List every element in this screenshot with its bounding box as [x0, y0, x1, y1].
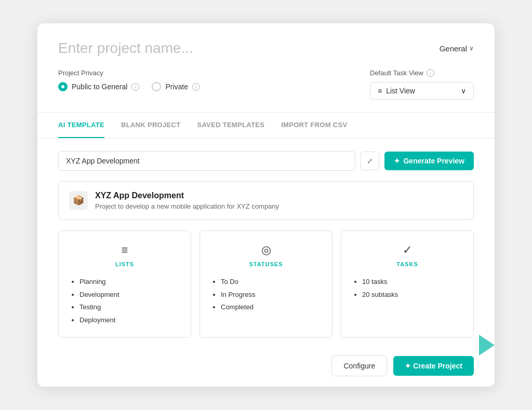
task-view-value: List View	[386, 87, 415, 95]
list-item: Testing	[79, 301, 180, 314]
project-name-row: General ∨	[58, 40, 474, 57]
expand-icon-button[interactable]: ⤢	[361, 152, 379, 170]
privacy-options: Public to General i Private i	[58, 82, 200, 91]
tab-import-csv[interactable]: IMPORT FROM CSV	[281, 113, 347, 138]
create-project-modal: General ∨ Project Privacy Public to Gene…	[37, 23, 495, 387]
tasks-icon: ✓	[352, 243, 463, 257]
configure-button[interactable]: Configure	[331, 356, 387, 376]
preview-card: 📦 XYZ App Development Project to develop…	[58, 181, 474, 220]
preview-info: XYZ App Development Project to develop a…	[95, 191, 279, 210]
tab-saved-templates[interactable]: SAVED TEMPLATES	[197, 113, 264, 138]
tab-ai-template[interactable]: AI TEMPLATE	[58, 113, 104, 138]
footer: Configure ✦ Create Project	[37, 345, 495, 387]
cards-row: ≡ LISTS Planning Development Testing Dep…	[58, 230, 474, 338]
radio-private-label: Private	[165, 83, 188, 91]
private-info-icon[interactable]: i	[192, 83, 200, 91]
preview-description: Project to develop a new mobile applicat…	[95, 202, 279, 210]
lists-card-list: Planning Development Testing Deployment	[69, 276, 180, 327]
statuses-card-list: To Do In Progress Completed	[210, 276, 322, 314]
privacy-option-public[interactable]: Public to General i	[58, 82, 139, 91]
list-item: Planning	[79, 276, 180, 289]
tasks-card-title: TASKS	[352, 261, 463, 267]
project-icon: 📦	[69, 191, 88, 210]
task-view-info-icon[interactable]: i	[427, 69, 434, 77]
task-view-label: Default Task View i	[370, 69, 474, 77]
lists-icon: ≡	[69, 243, 180, 257]
task-view-section: Default Task View i ≡ List View ∨	[370, 69, 474, 100]
statuses-icon: ◎	[210, 243, 322, 257]
settings-row: Project Privacy Public to General i Priv…	[58, 69, 474, 100]
statuses-card: ◎ STATUSES To Do In Progress Completed	[200, 230, 332, 338]
radio-private[interactable]	[152, 82, 161, 91]
privacy-label: Project Privacy	[58, 69, 200, 77]
top-section: General ∨ Project Privacy Public to Gene…	[37, 23, 495, 113]
task-view-select[interactable]: ≡ List View ∨	[370, 82, 474, 100]
workspace-selector[interactable]: General ∨	[440, 44, 474, 53]
search-row: ⤢ ✦ Generate Preview	[58, 151, 474, 171]
list-item: Completed	[221, 301, 322, 314]
list-item: Development	[79, 289, 180, 302]
workspace-label: General	[440, 44, 467, 53]
radio-public-label: Public to General	[72, 83, 127, 91]
lists-card: ≡ LISTS Planning Development Testing Dep…	[58, 230, 191, 338]
expand-icon: ⤢	[367, 157, 373, 165]
tasks-card-list: 10 tasks 20 subtasks	[352, 276, 463, 301]
privacy-option-private[interactable]: Private i	[152, 82, 200, 91]
tasks-card: ✓ TASKS 10 tasks 20 subtasks	[341, 230, 474, 338]
list-item: In Progress	[221, 289, 322, 302]
list-item: Deployment	[79, 314, 180, 327]
privacy-section: Project Privacy Public to General i Priv…	[58, 69, 200, 91]
tabs-section: AI TEMPLATE BLANK PROJECT SAVED TEMPLATE…	[37, 113, 495, 139]
tab-blank-project[interactable]: BLANK PROJECT	[121, 113, 180, 138]
generate-btn-label: Generate Preview	[403, 157, 464, 165]
radio-public[interactable]	[58, 82, 68, 91]
chevron-down-icon: ∨	[469, 45, 474, 52]
project-name-input[interactable]	[58, 40, 440, 57]
tabs-row: AI TEMPLATE BLANK PROJECT SAVED TEMPLATE…	[58, 113, 474, 138]
content-section: ⤢ ✦ Generate Preview 📦 XYZ App Developme…	[37, 139, 495, 350]
generate-preview-button[interactable]: ✦ Generate Preview	[384, 152, 474, 170]
lists-card-title: LISTS	[69, 261, 180, 267]
statuses-card-title: STATUSES	[210, 261, 322, 267]
ai-search-input[interactable]	[58, 151, 355, 171]
list-item: To Do	[221, 276, 322, 289]
task-view-chevron-icon: ∨	[461, 87, 466, 95]
public-info-icon[interactable]: i	[131, 83, 139, 91]
preview-title: XYZ App Development	[95, 191, 279, 200]
sparkle-icon: ✦	[394, 157, 400, 165]
list-view-icon: ≡	[378, 87, 382, 95]
list-item: 10 tasks	[362, 276, 463, 289]
box-icon-glyph: 📦	[73, 195, 84, 206]
create-project-button[interactable]: ✦ Create Project	[393, 356, 474, 376]
list-item: 20 subtasks	[362, 289, 463, 302]
